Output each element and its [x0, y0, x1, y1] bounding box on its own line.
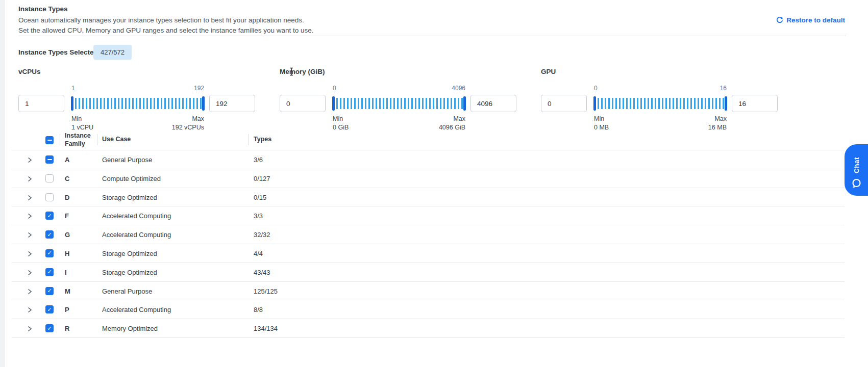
vcpus-slider-max-handle[interactable] — [202, 96, 205, 111]
cell-use-case: Accelerated Computing — [102, 231, 171, 239]
gpu-min-input[interactable] — [541, 95, 587, 112]
row-checkbox[interactable] — [45, 268, 54, 276]
vcpus-min-input[interactable] — [18, 95, 64, 112]
vcpus-max-caption: Max — [192, 115, 204, 122]
gpu-max-input[interactable] — [732, 95, 778, 112]
memory-min-caption: Min — [333, 115, 343, 122]
column-header-instance-family: Instance Family — [65, 132, 97, 148]
memory-max-input[interactable] — [470, 95, 516, 112]
chevron-right-icon[interactable] — [26, 231, 34, 239]
cell-use-case: Storage Optimized — [102, 194, 157, 201]
gpu-slider-max-handle[interactable] — [725, 96, 727, 111]
memory-range-max-value: 4096 — [452, 85, 465, 92]
cell-instance-family: C — [65, 175, 69, 182]
page-description-line1: Ocean automatically manages your instanc… — [18, 16, 304, 24]
header-divider — [18, 36, 846, 36]
gpu-slider-group: GPU 0 16 Min Max 0 MB 16 MB — [541, 68, 778, 133]
chevron-right-icon[interactable] — [26, 250, 34, 258]
row-checkbox[interactable] — [45, 324, 54, 332]
cell-instance-family: F — [65, 212, 69, 220]
cell-use-case: Memory Optimized — [102, 325, 158, 332]
vcpus-slider: 1 192 Min Max 1 vCPU 192 vCPUs — [71, 68, 204, 133]
chat-button[interactable]: Chat — [845, 144, 868, 196]
gpu-range-max-value: 16 — [720, 85, 727, 92]
restore-to-default-button[interactable]: Restore to default — [776, 16, 845, 24]
row-checkbox[interactable] — [45, 193, 54, 201]
row-checkbox[interactable] — [45, 230, 54, 239]
vcpus-range-max-value: 192 — [194, 85, 204, 92]
table-row: I Storage Optimized 43/43 — [12, 263, 845, 282]
gpu-max-caption: Max — [714, 115, 727, 122]
gpu-slider-min-handle[interactable] — [593, 96, 596, 111]
memory-min-input[interactable] — [280, 95, 326, 112]
cell-types: 0/15 — [254, 194, 266, 201]
instance-types-page: Instance Types Ocean automatically manag… — [0, 0, 868, 367]
cell-instance-family: D — [65, 194, 69, 201]
table-header-row: Instance Family Use Case Types — [12, 130, 845, 150]
memory-slider-track[interactable] — [333, 98, 465, 109]
select-all-checkbox[interactable] — [45, 136, 54, 144]
chevron-right-icon[interactable] — [26, 194, 34, 202]
row-checkbox[interactable] — [45, 174, 54, 182]
cell-types: 8/8 — [254, 306, 263, 313]
chevron-right-icon[interactable] — [26, 156, 34, 164]
memory-slider-min-handle[interactable] — [332, 96, 335, 111]
cell-use-case: General Purpose — [102, 287, 152, 295]
table-row: F Accelerated Computing 3/3 — [12, 206, 845, 225]
cell-instance-family: M — [65, 287, 70, 295]
chat-button-label: Chat — [853, 157, 860, 173]
vcpus-slider-min-handle[interactable] — [71, 96, 73, 111]
table-body: A General Purpose 3/6 C Compute Optimize… — [12, 150, 845, 338]
cell-types: 0/127 — [254, 175, 270, 182]
vcpus-max-input[interactable] — [209, 95, 255, 112]
vcpus-label: vCPUs — [18, 68, 41, 75]
chevron-right-icon[interactable] — [26, 212, 34, 220]
vcpus-slider-track[interactable] — [71, 98, 204, 109]
vcpus-min-caption: Min — [71, 115, 82, 122]
memory-slider-group: Memory (GiB) 0 4096 Min Max 0 GiB 4096 G… — [280, 68, 516, 133]
instance-types-selected-badge: 427/572 — [93, 45, 132, 60]
chevron-right-icon[interactable] — [26, 306, 34, 314]
column-header-use-case: Use Case — [102, 136, 131, 143]
row-checkbox[interactable] — [45, 249, 54, 257]
table-row: D Storage Optimized 0/15 — [12, 188, 845, 207]
cell-use-case: Compute Optimized — [102, 175, 161, 182]
memory-label: Memory (GiB) — [280, 68, 325, 75]
memory-slider: 0 4096 Min Max 0 GiB 4096 GiB — [333, 68, 465, 133]
chevron-right-icon[interactable] — [26, 269, 34, 277]
table-row: P Accelerated Computing 8/8 — [12, 300, 845, 319]
chevron-right-icon[interactable] — [26, 175, 34, 183]
chevron-right-icon[interactable] — [26, 325, 34, 333]
vcpus-slider-group: vCPUs 1 192 Min Max 1 vCPU 192 vCPUs — [18, 68, 255, 133]
page-title: Instance Types — [18, 5, 68, 13]
text-cursor-icon — [289, 67, 294, 78]
row-checkbox[interactable] — [45, 212, 54, 220]
page-description-line2: Set the allowed CPU, Memory and GPU rang… — [18, 27, 314, 34]
row-checkbox[interactable] — [45, 287, 54, 295]
table-row: M General Purpose 125/125 — [12, 282, 845, 301]
column-header-types: Types — [254, 136, 271, 143]
cell-types: 3/6 — [254, 156, 263, 164]
table-row: A General Purpose 3/6 — [12, 150, 845, 169]
vcpus-range-min-value: 1 — [71, 85, 75, 92]
chevron-right-icon[interactable] — [26, 287, 34, 296]
chat-bubble-icon — [851, 178, 862, 189]
cell-types: 134/134 — [254, 325, 278, 332]
table-row: C Compute Optimized 0/127 — [12, 169, 845, 188]
table-row: G Accelerated Computing 32/32 — [12, 225, 845, 244]
column-divider — [60, 134, 60, 145]
cell-instance-family: R — [65, 325, 69, 332]
cell-use-case: General Purpose — [102, 156, 152, 164]
instance-types-selected-label: Instance Types Selected: — [18, 48, 100, 56]
row-checkbox[interactable] — [45, 305, 54, 313]
memory-max-caption: Max — [453, 115, 465, 122]
page-left-gutter — [0, 0, 5, 367]
gpu-label: GPU — [541, 68, 556, 75]
row-checkbox[interactable] — [45, 155, 54, 164]
column-divider — [249, 134, 249, 145]
memory-range-min-value: 0 — [333, 85, 336, 92]
memory-slider-max-handle[interactable] — [463, 96, 466, 111]
cell-instance-family: P — [65, 306, 69, 313]
cell-instance-family: H — [65, 250, 69, 257]
gpu-slider-track[interactable] — [594, 98, 727, 109]
